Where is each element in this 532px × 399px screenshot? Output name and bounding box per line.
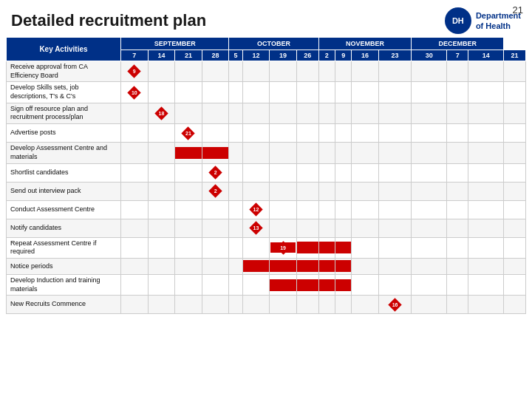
table-row: Notice periods (7, 258, 526, 274)
gantt-bar (319, 242, 335, 253)
data-cell-1-5 (242, 82, 270, 103)
data-cell-3-12 (412, 124, 447, 143)
data-cell-10-12 (412, 258, 447, 274)
data-cell-6-10 (352, 182, 378, 200)
milestone-container: 12 (244, 202, 269, 218)
data-cell-9-13 (447, 237, 468, 258)
data-cell-5-14 (468, 163, 504, 182)
data-cell-7-4 (229, 200, 242, 219)
activity-cell: Advertise posts (7, 124, 121, 143)
data-cell-11-12 (412, 274, 447, 295)
data-cell-3-1 (148, 124, 175, 143)
data-cell-0-10 (352, 61, 378, 82)
data-cell-4-14 (468, 143, 504, 163)
data-cell-9-4 (229, 237, 242, 258)
data-cell-1-6 (270, 82, 297, 103)
logo-circle: DH (445, 7, 471, 34)
data-cell-10-14 (468, 258, 504, 274)
data-cell-10-11 (378, 258, 412, 274)
diamond-label: 16 (392, 302, 398, 307)
data-cell-7-8 (318, 200, 335, 219)
data-cell-9-10 (352, 237, 378, 258)
data-cell-11-10 (352, 274, 378, 295)
data-cell-10-9 (335, 258, 352, 274)
data-cell-12-11: 16 (378, 296, 412, 314)
data-cell-0-8 (318, 61, 335, 82)
data-cell-4-7 (296, 143, 318, 163)
data-cell-1-0: 10 (121, 82, 149, 103)
gantt-bar (319, 279, 335, 291)
data-cell-9-15 (504, 237, 526, 258)
data-cell-10-4 (229, 258, 242, 274)
gantt-bar (175, 147, 202, 159)
diamond-label: 18 (158, 111, 164, 116)
data-cell-12-10 (352, 296, 378, 314)
data-cell-12-4 (229, 296, 242, 314)
data-cell-3-8 (318, 124, 335, 143)
data-cell-7-1 (148, 200, 175, 219)
date-col-8: 2 (318, 50, 335, 61)
date-col-3: 28 (202, 50, 229, 61)
gantt-bar (297, 242, 318, 253)
diamond-label: 13 (253, 225, 259, 231)
table-container: Key Activities SEPTEMBER OCTOBER NOVEMBE… (0, 37, 532, 317)
data-cell-8-2 (175, 219, 202, 237)
date-col-4: 5 (229, 50, 242, 61)
data-cell-11-6 (270, 274, 297, 295)
october-header: OCTOBER (229, 38, 318, 50)
data-cell-2-9 (335, 103, 352, 123)
data-cell-4-9 (335, 143, 352, 163)
activity-cell: New Recruits Commence (7, 296, 121, 314)
diamond-label: 12 (253, 207, 259, 212)
data-cell-12-2 (175, 296, 202, 314)
data-cell-4-4 (229, 143, 242, 163)
milestone-container: 2 (203, 165, 228, 181)
data-cell-7-14 (468, 200, 504, 219)
data-cell-10-7 (296, 258, 318, 274)
data-cell-8-5: 13 (242, 219, 270, 237)
data-cell-9-0 (121, 237, 149, 258)
data-cell-6-9 (335, 182, 352, 200)
data-cell-0-6 (270, 61, 297, 82)
data-cell-9-1 (148, 237, 175, 258)
milestone-container: 19 (270, 239, 296, 256)
data-cell-2-6 (270, 103, 297, 123)
data-cell-2-11 (378, 103, 412, 123)
data-cell-8-3 (202, 219, 229, 237)
data-cell-8-8 (318, 219, 335, 237)
data-cell-9-5 (242, 237, 270, 258)
data-cell-8-4 (229, 219, 242, 237)
data-cell-11-2 (175, 274, 202, 295)
diamond-label: 19 (280, 245, 286, 250)
data-cell-12-1 (148, 296, 175, 314)
milestone-container: 13 (244, 220, 269, 236)
data-cell-11-15 (504, 274, 526, 295)
table-row: Sign off resource plan and recruitment p… (7, 103, 526, 123)
date-col-15: 21 (504, 50, 526, 61)
data-cell-12-9 (335, 296, 352, 314)
data-cell-8-14 (468, 219, 504, 237)
data-cell-6-1 (148, 182, 175, 200)
data-cell-7-7 (296, 200, 318, 219)
data-cell-11-14 (468, 274, 504, 295)
data-cell-3-4 (229, 124, 242, 143)
table-row: Repeat Assessment Centre if required19 (7, 237, 526, 258)
diamond-label: 10 (132, 90, 137, 95)
data-cell-9-11 (378, 237, 412, 258)
data-cell-2-13 (447, 103, 468, 123)
activity-cell: Notify candidates (7, 219, 121, 237)
key-activities-header: Key Activities (7, 38, 121, 61)
month-header-row: Key Activities SEPTEMBER OCTOBER NOVEMBE… (7, 38, 526, 50)
data-cell-0-14 (468, 61, 504, 82)
data-cell-7-6 (270, 200, 297, 219)
data-cell-3-6 (270, 124, 297, 143)
data-cell-11-13 (447, 274, 468, 295)
data-cell-0-11 (378, 61, 412, 82)
data-cell-3-14 (468, 124, 504, 143)
table-row: Send out interview pack2 (7, 182, 526, 200)
data-cell-12-3 (202, 296, 229, 314)
activity-cell: Conduct Assessment Centre (7, 200, 121, 219)
data-cell-4-12 (412, 143, 447, 163)
table-row: Conduct Assessment Centre12 (7, 200, 526, 219)
data-cell-8-13 (447, 219, 468, 237)
